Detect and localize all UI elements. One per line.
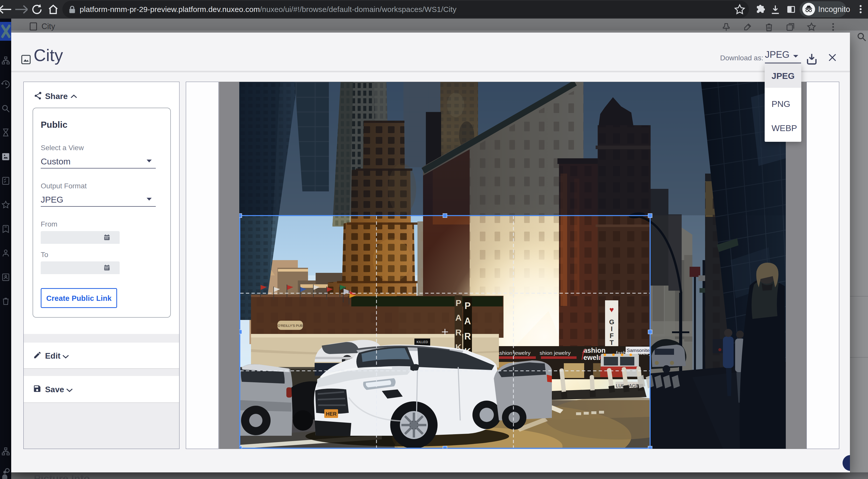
svg-text:♥: ♥ <box>609 306 614 314</box>
svg-text:KILLED: KILLED <box>417 340 428 344</box>
svg-text:shion jewelry: shion jewelry <box>540 350 571 356</box>
svg-text:F: F <box>610 332 614 340</box>
svg-text:R: R <box>464 331 471 342</box>
svg-text:P: P <box>456 298 462 308</box>
svg-text:R: R <box>455 327 462 337</box>
svg-text:Samsonite: Samsonite <box>627 348 650 353</box>
svg-text:T: T <box>610 339 614 346</box>
svg-text:HER: HER <box>326 411 337 417</box>
svg-text:A: A <box>464 316 471 326</box>
svg-text:A: A <box>455 313 462 322</box>
svg-text:fashion jewelry: fashion jewelry <box>495 350 530 356</box>
svg-text:ashion: ashion <box>583 347 606 354</box>
svg-text:I: I <box>611 325 613 333</box>
svg-text:O'REILLY'S PUB: O'REILLY'S PUB <box>278 324 303 327</box>
svg-text:P: P <box>465 300 471 311</box>
svg-text:G: G <box>609 318 614 326</box>
